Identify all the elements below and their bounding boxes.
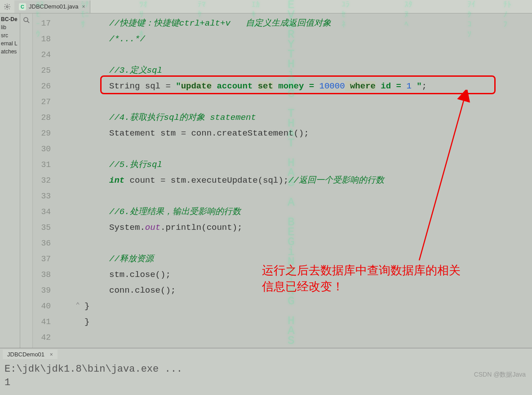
svg-point-0 bbox=[6, 6, 8, 8]
project-sidebar[interactable]: BC-De lib src ernal L atches bbox=[0, 13, 20, 348]
tab-filename: JDBCDemo01.java bbox=[29, 3, 79, 10]
comment: //5.执行sql bbox=[109, 160, 162, 170]
console-line: 1 bbox=[4, 376, 528, 390]
console-tabs: JDBCDemo01 × bbox=[0, 348, 532, 360]
close-icon[interactable]: × bbox=[50, 351, 53, 358]
editor-tool-column bbox=[20, 13, 33, 348]
comment: //3.定义sql bbox=[109, 66, 162, 75]
console-line: E:\jdk\jdk1.8\bin\java.exe ... bbox=[4, 363, 528, 376]
comment: //释放资源 bbox=[109, 254, 154, 264]
comment: /*...*/ bbox=[109, 34, 145, 44]
line-gutter: 171824 252627 282930 313233 343536 37383… bbox=[33, 13, 55, 348]
sidebar-item[interactable]: lib bbox=[0, 23, 20, 31]
main-area: BC-De lib src ernal L atches 171824 2526… bbox=[0, 13, 532, 348]
run-console: JDBCDemo01 × E:\jdk\jdk1.8\bin\java.exe … bbox=[0, 348, 532, 395]
code-editor[interactable]: 171824 252627 282930 313233 343536 37383… bbox=[33, 13, 532, 348]
svg-line-2 bbox=[27, 21, 29, 23]
sidebar-item[interactable]: ernal L bbox=[0, 40, 20, 48]
comment: //快捷键：快捷键ctrl+alt+v 自定义生成返回值对象 bbox=[109, 18, 331, 28]
comment: //4.获取执行sql的对象 statement bbox=[109, 113, 256, 123]
close-icon[interactable]: × bbox=[82, 4, 85, 10]
console-output[interactable]: E:\jdk\jdk1.8\bin\java.exe ... 1 bbox=[0, 360, 532, 392]
editor-tab[interactable]: C JDBCDemo01.java × bbox=[14, 0, 90, 13]
search-icon[interactable] bbox=[22, 16, 31, 24]
java-class-icon: C bbox=[19, 3, 26, 10]
sidebar-item[interactable]: atches bbox=[0, 48, 20, 56]
svg-point-1 bbox=[24, 18, 28, 22]
comment: //6.处理结果，输出受影响的行数 bbox=[109, 207, 241, 217]
project-header: BC-De bbox=[0, 15, 20, 23]
gear-icon[interactable] bbox=[2, 1, 13, 12]
sidebar-item[interactable]: src bbox=[0, 31, 20, 40]
tab-bar: C JDBCDemo01.java × bbox=[0, 0, 532, 13]
annotation-text: 运行之后去数据库中查询数据库的相关 信息已经改变！ bbox=[262, 263, 461, 295]
console-tab[interactable]: JDBCDemo01 × bbox=[3, 350, 58, 359]
watermark: CSDN @数据Java bbox=[474, 371, 526, 379]
code-content[interactable]: //快捷键：快捷键ctrl+alt+v 自定义生成返回值对象 /*...*/ /… bbox=[55, 13, 532, 348]
